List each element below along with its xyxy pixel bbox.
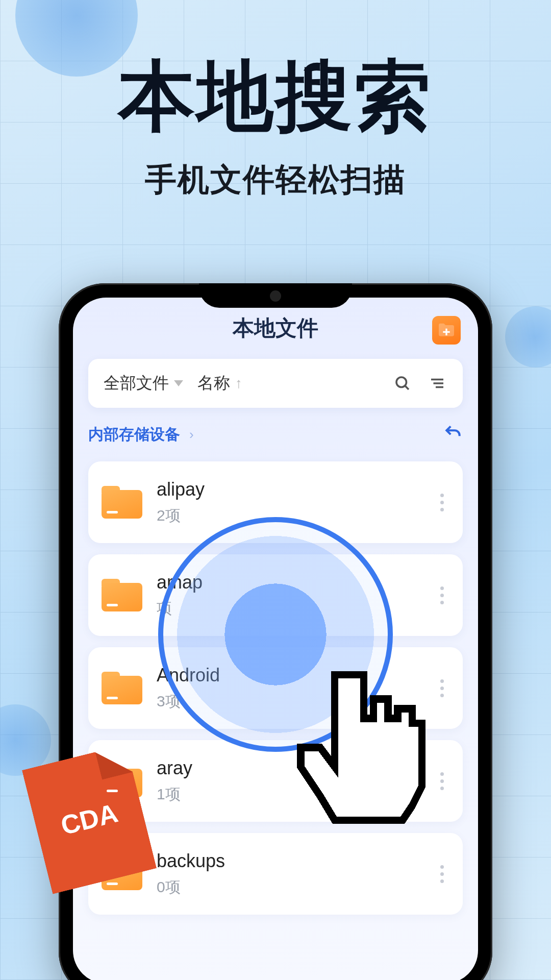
- chevron-right-icon: ›: [189, 427, 194, 443]
- app-screen: 本地文件 全部文件 名称 ↑ 内部存储设备 ›: [73, 298, 478, 980]
- list-item[interactable]: Android 3项: [88, 647, 463, 729]
- breadcrumb: 内部存储设备 ›: [88, 423, 463, 446]
- file-count: 项: [157, 598, 203, 619]
- more-button[interactable]: [434, 679, 449, 697]
- file-name: backups: [157, 850, 225, 872]
- undo-icon: [443, 423, 463, 443]
- folder-icon: [102, 486, 142, 519]
- folder-plus-icon: [436, 320, 457, 340]
- file-count: 1项: [157, 784, 192, 805]
- more-button[interactable]: [434, 494, 449, 511]
- file-name: Android: [157, 665, 220, 686]
- page-title: 本地文件: [233, 314, 318, 342]
- svg-line-1: [405, 386, 409, 389]
- hero-title: 本地搜索: [0, 46, 551, 149]
- filter-sort[interactable]: 名称 ↑: [197, 372, 242, 395]
- filter-scope-label: 全部文件: [104, 372, 169, 395]
- folder-icon: [102, 579, 142, 611]
- more-button[interactable]: [434, 586, 449, 604]
- chevron-down-icon: [174, 380, 183, 386]
- file-name: alipay: [157, 479, 205, 500]
- add-folder-button[interactable]: [432, 316, 461, 345]
- filter-bar: 全部文件 名称 ↑: [88, 359, 463, 408]
- arrow-up-icon: ↑: [235, 375, 242, 391]
- svg-point-0: [396, 377, 407, 387]
- list-item[interactable]: alipay 2项: [88, 461, 463, 543]
- folder-icon: [102, 672, 142, 704]
- sort-options-button[interactable]: [427, 373, 447, 394]
- file-count: 3项: [157, 691, 220, 712]
- undo-button[interactable]: [443, 423, 463, 446]
- cda-label: CDA: [58, 797, 121, 841]
- list-item[interactable]: amap 项: [88, 554, 463, 636]
- file-name: aray: [157, 757, 192, 779]
- file-count: 2项: [157, 505, 205, 526]
- search-button[interactable]: [392, 373, 413, 394]
- filter-sort-label: 名称: [197, 372, 230, 395]
- filter-scope[interactable]: 全部文件: [104, 372, 183, 395]
- hero: 本地搜索 手机文件轻松扫描: [0, 46, 551, 201]
- more-button[interactable]: [434, 865, 449, 883]
- list-item[interactable]: aray 1项: [88, 740, 463, 822]
- more-button[interactable]: [434, 772, 449, 790]
- file-name: amap: [157, 572, 203, 593]
- app-header: 本地文件: [73, 298, 478, 359]
- breadcrumb-root[interactable]: 内部存储设备: [88, 424, 180, 445]
- search-icon: [393, 374, 412, 393]
- sort-icon: [428, 374, 446, 393]
- hero-subtitle: 手机文件轻松扫描: [0, 158, 551, 201]
- file-count: 0项: [157, 877, 225, 898]
